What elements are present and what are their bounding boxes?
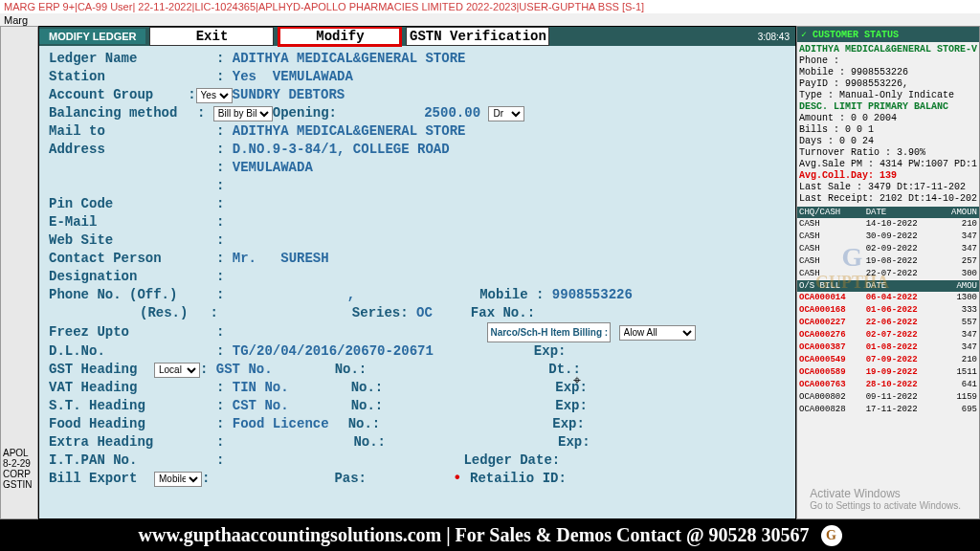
narco-label: Narco/Sch-H Item Billing : xyxy=(487,322,611,342)
contact-name[interactable]: SURESH xyxy=(280,250,328,268)
footer-logo-icon: G xyxy=(821,525,842,546)
gstn-verification-button[interactable]: GSTN Verification xyxy=(406,27,549,46)
dlno-label: D.L.No. xyxy=(49,342,216,361)
opening-label: Opening: xyxy=(273,104,337,122)
customer-name: ADITHYA MEDICAL&GENERAL STORE-V xyxy=(799,44,977,55)
station-value[interactable]: VEMULAWADA xyxy=(273,68,353,86)
cash-row[interactable]: CASH19-08-2022257 xyxy=(797,255,979,268)
gst-heading-select[interactable]: Local xyxy=(154,363,200,378)
phone-off-label: Phone No. (Off.) xyxy=(49,286,216,304)
balancing-method-select[interactable]: Bill by Bill xyxy=(213,106,273,121)
customer-status-panel: ✓ CUSTOMER STATUS ADITHYA MEDICAL&GENERA… xyxy=(796,26,980,519)
phone-res-label: (Res.) xyxy=(140,304,188,322)
mailto-label: Mail to xyxy=(49,122,216,141)
osbill-table-header: O/S BILL DATE AMOU xyxy=(797,280,979,292)
gst-heading-label: GST Heading xyxy=(49,361,154,379)
bill-export-select[interactable]: Mobile xyxy=(154,472,202,487)
bill-export-label: Bill Export xyxy=(49,470,154,488)
cash-row[interactable]: CASH30-09-2022347 xyxy=(797,231,979,243)
opening-drcr-select[interactable]: Dr xyxy=(488,106,524,121)
dlno-value[interactable]: TG/20/04/2016/20670-20671 xyxy=(233,342,434,361)
st-heading-label: S.T. Heading xyxy=(49,397,216,415)
freez-label: Freez Upto xyxy=(49,323,216,342)
ledger-form: Ledger Name : ADITHYA MEDICAL&GENERAL ST… xyxy=(39,46,795,492)
food-heading-label: Food Heading xyxy=(49,415,216,433)
tab-modify-ledger: MODIFY LEDGER xyxy=(39,29,145,44)
top-tabs: MODIFY LEDGER Exit Modify GSTN Verificat… xyxy=(39,27,795,46)
contact-person-label: Contact Person xyxy=(49,250,216,268)
extra-heading-label: Extra Heading xyxy=(49,433,216,452)
ledger-name-label: Ledger Name xyxy=(49,50,216,68)
timer: 3:08:43 xyxy=(758,32,795,42)
osbill-row[interactable]: OCA00038701-08-2022347 xyxy=(797,342,979,354)
account-group-label: Account Group xyxy=(49,86,164,104)
address-line1[interactable]: D.NO.9-3-84/1, COLLEGE ROAD xyxy=(233,141,450,159)
footer-banner: www.gupthaaccountingsolutions.com | For … xyxy=(0,519,980,551)
cash-table-header: CHQ/CASH DATE AMOUN xyxy=(797,207,979,218)
dlno-exp-label: Exp: xyxy=(534,342,567,361)
pincode-label: Pin Code xyxy=(49,195,216,213)
osbill-row[interactable]: OCA00001406-04-20221300 xyxy=(797,292,979,304)
left-gutter: APOL 8-2-29 CORP GSTIN xyxy=(0,26,38,519)
osbill-row[interactable]: OCA00054907-09-2022210 xyxy=(797,354,979,366)
cash-row[interactable]: CASH14-10-2022210 xyxy=(797,218,979,231)
retailio-label: Retailio ID: xyxy=(470,470,567,488)
address-line2[interactable]: VEMULAWADA xyxy=(233,159,313,177)
menu-bar[interactable]: Marg xyxy=(0,13,980,26)
customer-status-header: ✓ CUSTOMER STATUS xyxy=(797,27,979,42)
cash-row[interactable]: CASH02-09-2022347 xyxy=(797,243,979,255)
itpan-label: I.T.PAN No. xyxy=(49,452,216,470)
content-area: MODIFY LEDGER Exit Modify GSTN Verificat… xyxy=(38,26,796,519)
station-label: Station xyxy=(49,68,216,86)
gstno-label: GST No. xyxy=(216,361,273,379)
website-label: Web Site xyxy=(49,231,216,250)
account-group-value: SUNDRY DEBTORS xyxy=(233,86,345,104)
opening-value[interactable]: 2500.00 xyxy=(394,104,480,122)
narco-select[interactable]: Alow All xyxy=(619,325,696,341)
address-label: Address xyxy=(49,141,216,159)
series-value: OC xyxy=(416,304,433,322)
osbill-row[interactable]: OCA00082817-11-2022695 xyxy=(797,404,979,416)
station-yes: Yes xyxy=(233,68,256,86)
osbill-row[interactable]: OCA00027602-07-2022347 xyxy=(797,329,979,342)
account-group-select[interactable]: Yes xyxy=(196,88,233,103)
fax-label: Fax No.: xyxy=(471,304,535,322)
osbill-row[interactable]: OCA00058919-09-20221511 xyxy=(797,366,979,379)
exit-button[interactable]: Exit xyxy=(149,27,274,46)
modify-button[interactable]: Modify xyxy=(278,26,402,47)
osbill-row[interactable]: OCA00022722-06-2022557 xyxy=(797,317,979,329)
osbill-row[interactable]: OCA00080209-11-20221159 xyxy=(797,391,979,404)
vat-heading-label: VAT Heading xyxy=(49,379,216,397)
osbill-row[interactable]: OCA00016801-06-2022333 xyxy=(797,304,979,317)
mobile-label: Mobile : xyxy=(479,286,544,304)
series-label: Series: xyxy=(352,304,409,322)
cash-row[interactable]: CASH22-07-2022300 xyxy=(797,268,979,280)
red-dot-icon: • xyxy=(453,470,462,488)
ledger-date-label: Ledger Date: xyxy=(463,452,560,470)
ledger-name-value[interactable]: ADITHYA MEDICAL&GENERAL STORE xyxy=(233,50,466,68)
mobile-value[interactable]: 9908553226 xyxy=(552,286,633,304)
designation-label: Designation xyxy=(49,268,216,286)
contact-prefix: Mr. xyxy=(233,250,256,268)
mailto-value[interactable]: ADITHYA MEDICAL&GENERAL STORE xyxy=(233,122,466,141)
email-label: E-Mail xyxy=(49,213,216,231)
title-bar: MARG ERP 9+|CA-99 User| 22-11-2022|LIC-1… xyxy=(0,0,980,13)
osbill-row[interactable]: OCA00076328-10-2022641 xyxy=(797,379,979,391)
balancing-method-label: Balancing method xyxy=(49,104,197,122)
